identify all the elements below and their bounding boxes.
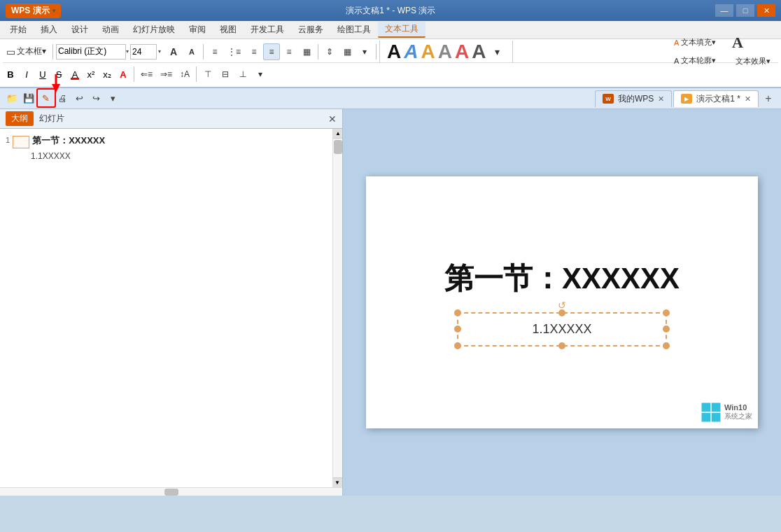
horizontal-scrollbar[interactable] (0, 487, 342, 496)
align-middle-button[interactable]: ⊟ (217, 66, 234, 83)
ribbon-toolbar: ▭ 文本框▾ ▾ ▾ A A ≡ ⋮≡ ≡ ≡ ≡ ▦ ⇕ (0, 39, 781, 88)
minimize-button[interactable]: — (715, 4, 733, 17)
svg-rect-5 (712, 413, 721, 422)
text-options: A 文本填充▾ A 文本轮廓▾ A 文本效果▾ (666, 34, 778, 70)
menu-design[interactable]: 设计 (64, 22, 95, 37)
text-outline-button[interactable]: A 文本轮廓▾ (670, 52, 726, 69)
align-justify-button[interactable]: ▦ (298, 43, 315, 60)
text-fill-button[interactable]: A 文本填充▾ (670, 34, 726, 51)
text-direction-button[interactable]: ↕A (176, 66, 193, 83)
slide-main-title: 第一节：XXXXXX (444, 259, 680, 298)
svg-rect-3 (712, 403, 721, 412)
redo-button[interactable]: ↪ (88, 91, 104, 106)
menu-review[interactable]: 审阅 (182, 22, 213, 37)
slides-tab[interactable]: 幻灯片 (34, 111, 70, 126)
menu-draw-tools[interactable]: 绘图工具 (330, 22, 378, 37)
bullet-list-button[interactable]: ≡ (206, 43, 223, 60)
font-sample-black[interactable]: A (387, 41, 401, 63)
my-wps-tab[interactable]: W 我的WPS ✕ (595, 90, 672, 107)
slide-subtitle-text[interactable]: 1.1XXXXX (31, 151, 71, 161)
slide-subtitle-container[interactable]: 1.1XXXXX ↺ (457, 312, 667, 346)
h-scroll-thumb[interactable] (164, 489, 178, 496)
logo-dropdown-arrow[interactable]: ▾ (52, 8, 55, 14)
color-button[interactable]: A (67, 66, 83, 82)
my-wps-tab-label: 我的WPS (618, 93, 654, 105)
undo-button[interactable]: ↩ (71, 91, 87, 106)
menu-developer[interactable]: 开发工具 (244, 22, 291, 37)
menu-start[interactable]: 开始 (3, 22, 34, 37)
increase-font-button[interactable]: A (165, 43, 182, 60)
title-bar: WPS 演示 ▾ 演示文稿1 * - WPS 演示 — □ ✕ (0, 0, 781, 21)
menu-cloud[interactable]: 云服务 (291, 22, 330, 37)
text-effect-button[interactable]: 文本效果▾ (732, 53, 774, 70)
app-logo-text: WPS 演示 (11, 5, 50, 17)
add-tab-button[interactable]: + (760, 90, 777, 107)
menu-animation[interactable]: 动画 (95, 22, 126, 37)
outline-tab[interactable]: 大纲 (6, 111, 34, 126)
win10-logo-icon (701, 402, 722, 423)
font-sample-gray[interactable]: A (438, 41, 452, 63)
slide-canvas[interactable]: 第一节：XXXXXX 1.1XXXXX ↺ (366, 176, 758, 428)
rotate-handle[interactable]: ↺ (558, 300, 566, 311)
font-size-dropdown[interactable]: ▾ (158, 48, 161, 55)
menu-slideshow[interactable]: 幻灯片放映 (126, 22, 182, 37)
font-sample-red[interactable]: A (455, 41, 469, 63)
superscript-button[interactable]: x² (83, 66, 99, 82)
app-logo[interactable]: WPS 演示 ▾ (6, 4, 61, 18)
align-center-button[interactable]: ≡ (263, 43, 280, 60)
numbered-list-button[interactable]: ⋮≡ (224, 43, 244, 60)
panel-close-button[interactable]: ✕ (328, 113, 337, 125)
font-sample-gold[interactable]: A (421, 41, 435, 63)
presentation-tab[interactable]: ▶ 演示文稿1 * ✕ (673, 90, 759, 107)
col-button[interactable]: ▦ (339, 43, 356, 60)
menu-text-tools[interactable]: 文本工具 (378, 22, 425, 38)
highlight-button[interactable]: A (115, 66, 131, 82)
ppt-tab-icon: ▶ (681, 94, 692, 104)
text-outline-icon: A (674, 57, 679, 65)
font-sample-dark[interactable]: A (472, 41, 486, 63)
textbox-button[interactable]: ▭ 文本框▾ (3, 43, 50, 60)
font-name-input[interactable] (56, 44, 126, 59)
outline-content: 1 第一节：XXXXXX 1.1XXXXX (0, 129, 342, 167)
presentation-tab-close[interactable]: ✕ (745, 94, 751, 104)
win10-label: Win10 (724, 403, 752, 412)
presentation-tab-label: 演示文稿1 * (696, 93, 740, 105)
scroll-thumb[interactable] (334, 140, 342, 154)
large-a-display: A (732, 34, 774, 52)
toolbar-row-1: ▭ 文本框▾ ▾ ▾ A A ≡ ⋮≡ ≡ ≡ ≡ ▦ ⇕ (3, 41, 778, 63)
font-size-input[interactable] (130, 44, 157, 59)
save-button[interactable]: 💾 (21, 91, 36, 106)
italic-button[interactable]: I (19, 66, 34, 82)
decrease-font-button[interactable]: A (183, 43, 200, 60)
more-button[interactable]: ▾ (356, 43, 373, 60)
font-sample-blue[interactable]: A (404, 41, 418, 63)
menu-bar: 开始 插入 设计 动画 幻灯片放映 审阅 视图 开发工具 云服务 绘图工具 文本… (0, 21, 781, 39)
open-file-button[interactable]: 📁 (4, 91, 20, 106)
slide-number-1: 1 (6, 136, 10, 144)
maximize-button[interactable]: □ (736, 4, 754, 17)
bold-button[interactable]: B (3, 66, 18, 82)
font-name-dropdown[interactable]: ▾ (126, 48, 129, 55)
align-right-button[interactable]: ≡ (281, 43, 297, 60)
my-wps-tab-close[interactable]: ✕ (658, 94, 664, 104)
align-left-button[interactable]: ≡ (246, 43, 262, 60)
vertical-scrollbar[interactable]: ▲ ▼ (332, 129, 342, 487)
increase-indent-button[interactable]: ⇒≡ (157, 66, 176, 83)
decrease-indent-button[interactable]: ⇐≡ (137, 66, 156, 83)
corner-dot-tr (663, 309, 670, 316)
line-spacing-button[interactable]: ⇕ (321, 43, 338, 60)
close-button[interactable]: ✕ (757, 4, 775, 17)
font-sample-more[interactable]: ▾ (488, 43, 505, 60)
slide-thumbnail-1[interactable] (13, 136, 29, 148)
subscript-button[interactable]: x₂ (99, 66, 115, 82)
scroll-down-button[interactable]: ▼ (332, 477, 342, 487)
more-align-button[interactable]: ▾ (252, 66, 269, 83)
separator-6 (196, 66, 197, 82)
slide-title-text-1[interactable]: 第一节：XXXXXX (32, 134, 105, 147)
align-top-button[interactable]: ⊤ (199, 66, 216, 83)
scroll-up-button[interactable]: ▲ (333, 129, 342, 139)
menu-insert[interactable]: 插入 (34, 22, 64, 37)
menu-view[interactable]: 视图 (213, 22, 244, 37)
align-bottom-button[interactable]: ⊥ (234, 66, 251, 83)
quick-access-more[interactable]: ▾ (105, 91, 120, 106)
